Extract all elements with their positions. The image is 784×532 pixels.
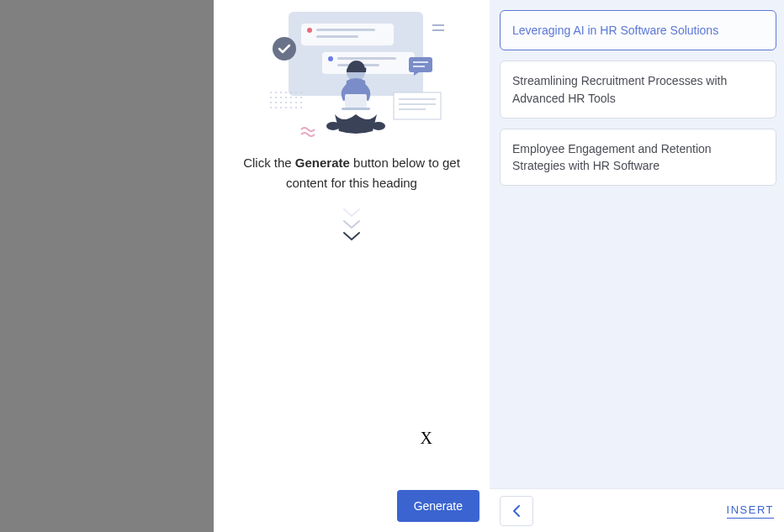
generate-button[interactable]: Generate (397, 490, 479, 522)
suggestion-card[interactable]: Employee Engagement and Retention Strate… (500, 129, 776, 187)
chevron-left-icon (511, 504, 522, 518)
svg-point-43 (285, 107, 287, 108)
svg-point-21 (280, 92, 282, 93)
insert-button[interactable]: INSERT (727, 503, 774, 519)
svg-point-29 (285, 97, 287, 98)
svg-point-35 (280, 102, 282, 103)
instruction-prefix: Click the (243, 155, 295, 170)
instruction-bold: Generate (295, 155, 350, 170)
suggestion-label: Employee Engagement and Retention Strate… (512, 142, 712, 172)
svg-rect-12 (409, 57, 432, 72)
svg-point-23 (290, 92, 292, 93)
svg-point-44 (290, 107, 292, 108)
suggestion-label: Leveraging AI in HR Software Solutions (512, 24, 718, 37)
svg-point-19 (270, 92, 272, 93)
svg-rect-7 (322, 52, 415, 74)
x-mark: X (421, 429, 432, 448)
svg-point-24 (295, 92, 297, 93)
svg-point-36 (285, 102, 287, 103)
svg-rect-49 (342, 108, 370, 110)
svg-point-39 (300, 102, 302, 103)
svg-point-41 (275, 107, 277, 108)
chevron-down-icon (342, 230, 361, 242)
svg-point-26 (270, 97, 272, 98)
svg-rect-6 (316, 35, 358, 38)
svg-point-8 (328, 56, 333, 61)
svg-rect-48 (345, 94, 367, 108)
svg-point-38 (295, 102, 297, 103)
chevron-down-icon (342, 207, 361, 219)
chevron-stack (342, 207, 361, 242)
svg-point-27 (275, 97, 277, 98)
instruction-text: Click the Generate button below to get c… (224, 153, 479, 193)
svg-point-33 (270, 102, 272, 103)
svg-point-34 (275, 102, 277, 103)
svg-rect-5 (316, 29, 375, 31)
chevron-down-icon (342, 219, 361, 230)
svg-rect-9 (337, 57, 396, 60)
svg-point-31 (295, 97, 297, 98)
svg-point-40 (270, 107, 272, 108)
svg-point-22 (285, 92, 287, 93)
svg-point-20 (275, 92, 277, 93)
generate-illustration (242, 7, 461, 141)
center-panel: Click the Generate button below to get c… (214, 0, 490, 532)
suggestions-panel: Leveraging AI in HR Software Solutions S… (490, 0, 784, 532)
svg-point-42 (280, 107, 282, 108)
suggestion-label: Streamlining Recruitment Processes with … (512, 74, 727, 104)
svg-point-32 (300, 97, 302, 98)
right-footer: INSERT (490, 488, 784, 532)
suggestion-card[interactable]: Streamlining Recruitment Processes with … (500, 61, 776, 119)
svg-point-25 (300, 92, 302, 93)
back-button[interactable] (500, 496, 533, 526)
svg-rect-15 (394, 92, 441, 119)
svg-point-11 (273, 37, 296, 61)
svg-point-4 (307, 28, 312, 33)
svg-point-30 (290, 97, 292, 98)
svg-point-45 (295, 107, 297, 108)
svg-point-50 (326, 122, 340, 130)
svg-point-37 (290, 102, 292, 103)
svg-rect-3 (301, 24, 394, 45)
svg-point-46 (300, 107, 302, 108)
left-backdrop (0, 0, 214, 532)
suggestion-card[interactable]: Leveraging AI in HR Software Solutions (500, 10, 776, 50)
svg-point-28 (280, 97, 282, 98)
svg-point-51 (372, 122, 385, 130)
